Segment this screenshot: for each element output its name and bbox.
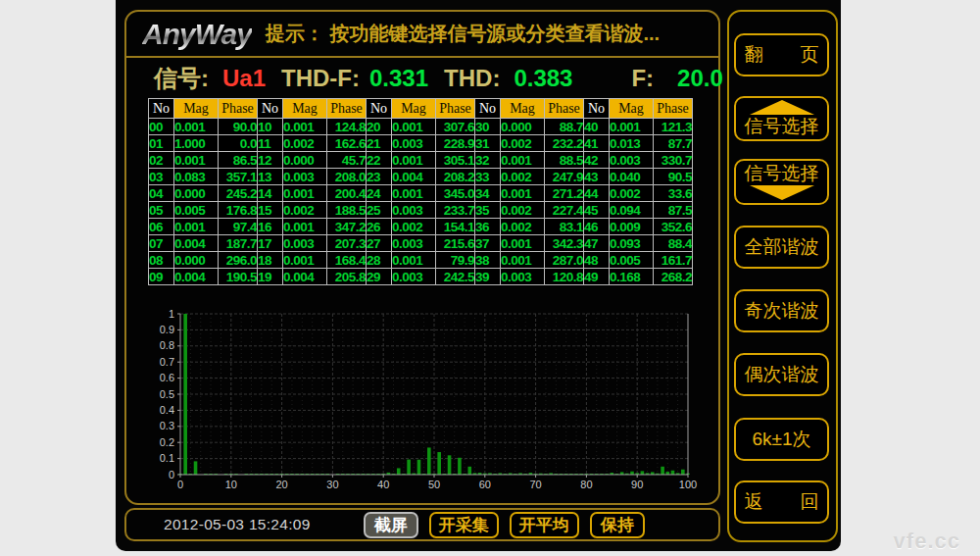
table-cell: 0.002 [501, 169, 545, 185]
table-cell: 205.8 [327, 269, 367, 285]
table-cell: 0.001 [174, 119, 219, 135]
table-cell: 45.7 [327, 152, 367, 169]
svg-text:0.3: 0.3 [160, 420, 174, 431]
table-cell: 20 [367, 119, 392, 135]
table-cell: 90.0 [219, 119, 258, 135]
table-cell: 34 [475, 185, 501, 202]
even-harmonics-button[interactable]: 偶次谐波 [734, 353, 829, 396]
svg-text:40: 40 [377, 479, 389, 490]
table-cell: 357.1 [219, 169, 258, 185]
table-cell: 0.001 [610, 119, 654, 135]
start-acquisition-button[interactable]: 开采集 [429, 512, 499, 538]
table-cell: 06 [149, 219, 174, 235]
return-button[interactable]: 返 回 [734, 480, 829, 524]
table-cell: 0.000 [174, 185, 219, 202]
screenshot-root: AnyWay 提示： 按功能键选择信号源或分类查看谐波... 信号: Ua1 T… [0, 0, 980, 556]
screenshot-button[interactable]: 截屏 [364, 512, 418, 538]
table-cell: 39 [475, 269, 501, 285]
harmonics-bar-chart-svg: 010203040506070809010000.10.20.30.40.50.… [149, 306, 700, 498]
table-cell: 330.7 [654, 152, 693, 169]
table-cell: 0.002 [501, 135, 545, 152]
table-cell: 124.8 [327, 119, 367, 135]
harmonic-bar [458, 458, 462, 475]
table-row: 050.005176.8150.002188.5250.003233.7350.… [149, 202, 693, 219]
table-cell: 01 [149, 135, 174, 152]
table-cell: 46 [584, 219, 610, 235]
table-cell: 0.168 [610, 269, 654, 285]
return-label: 返 回 [745, 492, 819, 513]
even-harmonics-label: 偶次谐波 [745, 365, 819, 385]
table-cell: 47 [584, 235, 610, 252]
table-cell: 33.6 [654, 185, 693, 202]
table-row: 060.00197.4160.001347.2260.002154.1360.0… [149, 219, 693, 235]
table-cell: 88.4 [654, 235, 693, 252]
table-cell: 48 [584, 252, 610, 269]
harmonic-bar [397, 468, 401, 475]
harmonic-bar [427, 447, 431, 475]
harmonics-chart: 010203040506070809010000.10.20.30.40.50.… [149, 306, 700, 498]
table-cell: 190.5 [219, 269, 258, 285]
thd-label: THD: [444, 65, 500, 92]
table-cell: 208.2 [436, 169, 475, 185]
table-cell: 13 [258, 169, 283, 185]
table-cell: 0.001 [283, 219, 327, 235]
six-k-plus-minus-one-button[interactable]: 6k±1次 [734, 418, 829, 461]
table-cell: 305.1 [436, 152, 475, 169]
signal-name: Ua1 [222, 65, 266, 92]
bottom-button-row: 截屏 开采集 开平均 保持 [364, 512, 645, 538]
page-turn-button[interactable]: 翻 页 [734, 33, 829, 76]
table-cell: 227.4 [545, 202, 584, 219]
table-cell: 38 [475, 252, 501, 269]
table-cell: 352.6 [654, 219, 693, 235]
table-header-cell: Mag [392, 99, 436, 119]
table-cell: 0.002 [392, 219, 436, 235]
hold-button[interactable]: 保持 [590, 512, 645, 538]
table-header-cell: Phase [654, 99, 693, 119]
table-cell: 232.2 [545, 135, 584, 152]
table-cell: 154.1 [436, 219, 475, 235]
table-cell: 42 [584, 152, 610, 169]
table-cell: 12 [258, 152, 283, 169]
table-cell: 79.9 [436, 252, 475, 269]
svg-text:100: 100 [679, 479, 697, 490]
table-cell: 90.5 [654, 169, 693, 185]
svg-text:90: 90 [631, 479, 643, 490]
table-cell: 24 [367, 185, 392, 202]
table-cell: 0.094 [610, 202, 654, 219]
svg-text:0.2: 0.2 [160, 436, 174, 448]
table-cell: 27 [367, 235, 392, 252]
table-cell: 32 [475, 152, 501, 169]
signal-select-down-label: 信号选择 [745, 164, 819, 184]
table-cell: 207.3 [327, 235, 367, 252]
svg-text:0.5: 0.5 [160, 388, 174, 400]
all-harmonics-button[interactable]: 全部谐波 [734, 226, 829, 269]
table-cell: 268.2 [654, 269, 693, 285]
table-cell: 0.000 [283, 152, 327, 169]
table-header-cell: Phase [327, 99, 367, 119]
table-cell: 88.5 [545, 152, 584, 169]
table-cell: 347.2 [327, 219, 367, 235]
table-cell: 04 [149, 185, 174, 202]
table-cell: 0.003 [501, 269, 545, 285]
table-cell: 0.004 [283, 269, 327, 285]
signal-select-down-button[interactable]: 信号选择 [734, 159, 829, 205]
table-cell: 0.002 [283, 135, 327, 152]
svg-text:0.7: 0.7 [160, 356, 174, 368]
table-cell: 11 [258, 135, 283, 152]
table-cell: 35 [475, 202, 501, 219]
right-panel: 翻 页 信号选择 信号选择 全部谐波 奇次谐波 偶次谐波 6k±1次 [727, 10, 838, 542]
start-averaging-button[interactable]: 开平均 [510, 512, 579, 538]
table-cell: 25 [367, 202, 392, 219]
table-cell: 45 [584, 202, 610, 219]
table-cell: 0.003 [392, 202, 436, 219]
svg-text:60: 60 [479, 479, 491, 490]
table-header-cell: Phase [219, 99, 258, 119]
all-harmonics-label: 全部谐波 [745, 237, 819, 258]
table-cell: 0.003 [392, 269, 436, 285]
signal-select-up-button[interactable]: 信号选择 [734, 96, 829, 141]
table-cell: 1.000 [174, 135, 219, 152]
table-cell: 296.0 [219, 252, 258, 269]
thdf-label: THD-F: [281, 65, 360, 92]
table-cell: 87.7 [654, 135, 693, 152]
odd-harmonics-button[interactable]: 奇次谐波 [734, 289, 829, 332]
